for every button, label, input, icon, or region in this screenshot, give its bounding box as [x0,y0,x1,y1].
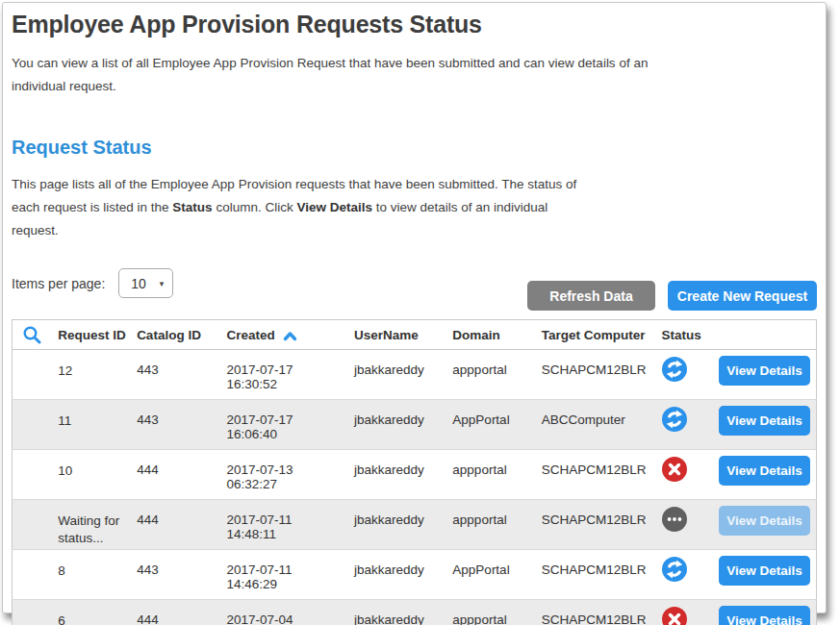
target-computer-cell: SCHAPCM12BLR [534,450,654,500]
view-details-button[interactable]: View Details [719,506,810,536]
target-computer-cell: SCHAPCM12BLR [534,500,654,550]
sync-status-icon [662,557,687,582]
create-new-request-button[interactable]: Create New Request [668,281,817,311]
status-cell [654,600,719,625]
column-header-created[interactable]: Created [219,320,346,350]
catalog-id-cell: 443 [129,350,218,400]
search-icon [22,325,42,345]
actions-cell: View Details [719,550,817,600]
domain-cell: appportal [445,350,533,400]
catalog-id-cell: 444 [129,450,218,500]
actions-cell: View Details [719,450,817,500]
domain-cell: appportal [445,450,533,500]
username-cell: jbakkareddy [346,600,445,625]
username-cell: jbakkareddy [346,450,445,500]
section-desc-part: column. Click [213,200,297,214]
domain-cell: appportal [445,600,533,625]
target-computer-cell: SCHAPCM12BLR [534,350,654,400]
table-row: 8 443 2017-07-11 14:46:29 jbakkareddy Ap… [13,550,817,600]
chevron-down-icon: ▾ [160,279,165,288]
row-search-spacer-cell [13,450,51,500]
row-search-spacer-cell [13,500,51,550]
column-header-created-label: Created [227,328,275,342]
action-buttons: Refresh Data Create New Request [527,281,817,311]
sort-ascending-icon [283,331,297,341]
username-cell: jbakkareddy [346,400,445,450]
catalog-id-cell: 443 [129,550,218,600]
request-id-cell: 11 [50,400,129,450]
domain-cell: AppPortal [445,550,533,600]
table-row: 10 444 2017-07-13 06:32:27 jbakkareddy a… [13,450,817,500]
requests-table: Request ID Catalog ID Created UserName D… [12,319,817,625]
table-row: Waiting for status... 444 2017-07-11 14:… [13,500,817,550]
section-description: This page lists all of the Employee App … [12,173,589,242]
actions-cell: View Details [719,600,817,625]
request-id-cell: 8 [50,550,129,600]
view-details-button[interactable]: View Details [719,406,810,436]
column-header-catalog-id[interactable]: Catalog ID [129,320,218,350]
created-cell: 2017-07-17 16:06:40 [219,400,346,450]
created-cell: 2017-07-11 14:48:11 [219,500,346,550]
page-intro: You can view a list of all Employee App … [12,52,675,98]
table-header-row: Request ID Catalog ID Created UserName D… [13,320,817,350]
created-cell: 2017-07-17 16:30:52 [219,350,346,400]
username-cell: jbakkareddy [346,550,445,600]
request-id-cell: 10 [50,450,129,500]
target-computer-cell: ABCComputer [534,400,654,450]
target-computer-cell: SCHAPCM12BLR [534,550,654,600]
refresh-data-button[interactable]: Refresh Data [527,281,655,311]
domain-cell: appportal [445,500,533,550]
page-title: Employee App Provision Requests Status [12,9,817,38]
actions-cell: View Details [719,350,817,400]
row-search-spacer-cell [13,400,51,450]
view-details-button[interactable]: View Details [719,456,810,486]
column-header-actions [719,320,817,350]
controls-row: Items per page: 10 ▾ Refresh Data Create… [12,268,817,311]
created-cell: 2017-07-13 06:32:27 [219,450,346,500]
status-cell [654,350,719,400]
items-per-page-value: 10 [131,276,146,291]
column-header-status[interactable]: Status [654,320,719,350]
catalog-id-cell: 443 [129,400,218,450]
username-cell: jbakkareddy [346,500,445,550]
view-details-button[interactable]: View Details [719,606,810,625]
actions-cell: View Details [719,500,817,550]
error-status-icon [662,457,687,482]
status-cell [654,400,719,450]
table-row: 11 443 2017-07-17 16:06:40 jbakkareddy A… [13,400,817,450]
created-cell: 2017-07-04 04:32:57 [219,600,346,625]
catalog-id-cell: 444 [129,600,218,625]
status-cell [654,500,719,550]
username-cell: jbakkareddy [346,350,445,400]
app-window: Employee App Provision Requests Status Y… [2,2,827,613]
status-cell [654,550,719,600]
items-per-page-select[interactable]: 10 ▾ [118,268,173,298]
section-desc-bold-view-details: View Details [296,200,372,214]
items-per-page-group: Items per page: 10 ▾ [12,268,173,298]
section-heading: Request Status [12,137,817,159]
column-header-target-computer[interactable]: Target Computer [534,320,654,350]
target-computer-cell: SCHAPCM12BLR [534,600,654,625]
view-details-button[interactable]: View Details [719,356,810,386]
table-row: 6 444 2017-07-04 04:32:57 jbakkareddy ap… [13,600,817,625]
actions-cell: View Details [719,400,817,450]
sync-status-icon [662,407,687,432]
sync-status-icon [662,357,687,382]
row-search-spacer-cell [13,350,51,400]
table-body: 12 443 2017-07-17 16:30:52 jbakkareddy a… [13,350,817,625]
request-id-cell: 12 [50,350,129,400]
status-cell [654,450,719,500]
column-header-username[interactable]: UserName [346,320,445,350]
error-status-icon [662,607,687,625]
column-header-domain[interactable]: Domain [445,320,533,350]
row-search-spacer-cell [13,600,51,625]
column-header-request-id[interactable]: Request ID [50,320,129,350]
domain-cell: AppPortal [445,400,533,450]
table-row: 12 443 2017-07-17 16:30:52 jbakkareddy a… [13,350,817,400]
request-id-cell: Waiting for status... [50,500,129,550]
view-details-button[interactable]: View Details [719,556,810,586]
search-header-cell[interactable] [13,320,51,350]
pending-status-icon [662,507,687,532]
items-per-page-label: Items per page: [12,276,105,291]
created-cell: 2017-07-11 14:46:29 [219,550,346,600]
